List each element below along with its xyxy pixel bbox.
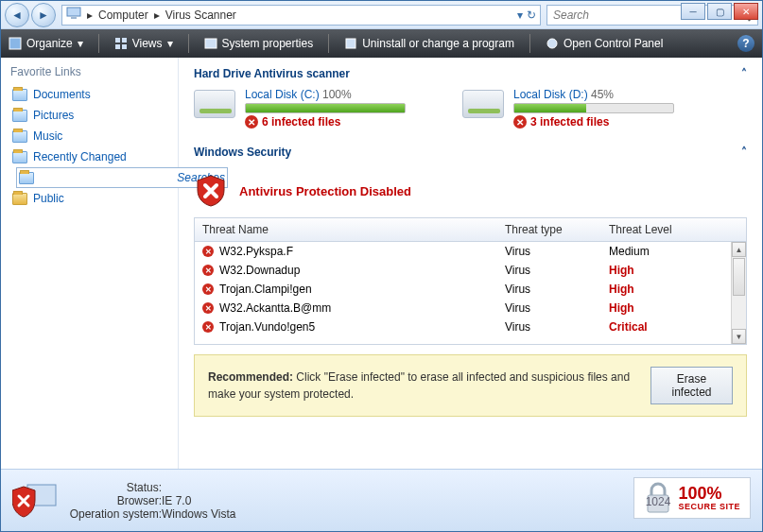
breadcrumb-root[interactable]: Computer <box>98 9 148 22</box>
erase-infected-button[interactable]: Erase infected <box>650 367 733 404</box>
secure-percent: 100% <box>678 485 740 502</box>
browser-key: Browser: <box>67 494 162 507</box>
threat-level-cell: High <box>609 301 738 315</box>
protection-status: Antivirus Protection Disabled <box>239 184 411 198</box>
sidebar-item-documents[interactable]: Documents <box>10 84 168 105</box>
scroll-thumb[interactable] <box>733 258 745 296</box>
drive-icon <box>462 90 504 118</box>
collapse-icon[interactable]: ˄ <box>741 67 747 80</box>
folder-icon <box>12 151 27 163</box>
minimize-button[interactable]: ─ <box>681 3 705 20</box>
maximize-button[interactable]: ▢ <box>707 3 732 20</box>
threat-name-cell: ✕W32.Downadup <box>202 264 505 277</box>
svg-rect-3 <box>115 38 120 43</box>
svg-rect-1 <box>71 17 77 19</box>
scrollbar[interactable]: ▲ ▼ <box>731 242 746 344</box>
control-panel-label: Open Control Panel <box>564 37 663 50</box>
status-key: Status: <box>67 481 162 494</box>
col-threat-name[interactable]: Threat Name <box>195 218 497 241</box>
toolbar-separator <box>98 34 99 53</box>
threat-icon: ✕ <box>202 265 214 276</box>
address-dropdown-icon[interactable]: ▾ <box>517 9 523 22</box>
browser-value: IE 7.0 <box>162 494 191 507</box>
shield-error-icon <box>194 174 228 208</box>
sidebar: Favorite Links Documents Pictures Music … <box>1 58 179 469</box>
status-bar: Status: Browser:IE 7.0 Operation system:… <box>1 469 762 531</box>
table-row[interactable]: ✕W32.Pykspa.F Virus Medium <box>195 242 746 261</box>
toolbar-separator <box>328 34 329 53</box>
folder-icon <box>12 193 27 205</box>
footer-info: Status: Browser:IE 7.0 Operation system:… <box>67 481 235 521</box>
table-row[interactable]: ✕Trojan.Vundo!gen5 Virus Critical <box>195 317 746 336</box>
recommendation-panel: Recommended: Click "Erase infected" to e… <box>194 354 747 417</box>
svg-rect-2 <box>9 38 21 49</box>
col-threat-level[interactable]: Threat Level <box>601 218 746 241</box>
security-heading-row: Windows Security ˄ <box>194 146 747 159</box>
infected-count: ✕6 infected files <box>245 115 406 129</box>
footer-shield-icon <box>12 481 58 521</box>
os-key: Operation system: <box>67 507 162 521</box>
explorer-window: ─ ▢ ✕ ◄ ► ▸ Computer ▸ Virus Scanner ▾ ↻… <box>0 0 763 532</box>
drive[interactable]: Local Disk (C:) 100% ✕6 infected files <box>194 88 406 129</box>
window-controls: ─ ▢ ✕ <box>681 3 758 20</box>
security-heading: Windows Security <box>194 146 291 159</box>
threat-level-cell: Critical <box>609 320 738 334</box>
threat-type-cell: Virus <box>505 245 609 258</box>
sidebar-item-label: Pictures <box>33 109 74 122</box>
nav-forward-button[interactable]: ► <box>31 3 56 27</box>
progress-bar <box>513 103 674 113</box>
collapse-icon[interactable]: ˄ <box>741 146 747 159</box>
breadcrumb-sep: ▸ <box>87 9 93 22</box>
organize-menu[interactable]: Organize ▾ <box>9 37 83 50</box>
table-row[interactable]: ✕Trojan.Clampi!gen Virus High <box>195 280 746 299</box>
sidebar-item-label: Music <box>33 129 62 143</box>
uninstall-icon <box>344 37 357 50</box>
drives-container: Local Disk (C:) 100% ✕6 infected files L… <box>194 88 747 129</box>
scroll-up-button[interactable]: ▲ <box>732 242 746 257</box>
threat-type-cell: Virus <box>505 264 609 277</box>
sidebar-item-pictures[interactable]: Pictures <box>10 105 168 126</box>
table-row[interactable]: ✕W32.Ackantta.B@mm Virus High <box>195 299 746 317</box>
infected-count: ✕3 infected files <box>513 115 674 129</box>
threat-level-cell: High <box>609 264 738 277</box>
error-icon: ✕ <box>245 115 258 129</box>
system-properties-button[interactable]: System properties <box>204 37 314 50</box>
refresh-icon[interactable]: ↻ <box>527 9 536 22</box>
folder-icon <box>19 172 34 184</box>
uninstall-button[interactable]: Uninstall or change a program <box>344 37 514 50</box>
system-properties-label: System properties <box>222 37 314 50</box>
chevron-down-icon: ▾ <box>167 37 173 50</box>
toolbar-separator <box>529 34 530 53</box>
nav-back-button[interactable]: ◄ <box>5 3 29 27</box>
sidebar-item-music[interactable]: Music <box>10 126 168 146</box>
computer-icon <box>66 7 81 23</box>
sidebar-item-public[interactable]: Public <box>10 188 168 209</box>
os-value: Windows Vista <box>162 507 235 521</box>
drive[interactable]: Local Disk (D:) 45% ✕3 infected files <box>462 88 674 129</box>
breadcrumb-sep: ▸ <box>154 9 160 22</box>
chevron-down-icon: ▾ <box>78 37 83 50</box>
scroll-down-button[interactable]: ▼ <box>732 329 746 344</box>
col-threat-type[interactable]: Threat type <box>497 218 601 241</box>
control-panel-button[interactable]: Open Control Panel <box>546 37 663 50</box>
breadcrumb-current[interactable]: Virus Scanner <box>165 9 236 22</box>
sidebar-item-recently-changed[interactable]: Recently Changed <box>10 146 168 167</box>
address-bar[interactable]: ▸ Computer ▸ Virus Scanner ▾ ↻ <box>61 5 541 26</box>
table-row[interactable]: ✕W32.Downadup Virus High <box>195 261 746 280</box>
threat-name-cell: ✕Trojan.Clampi!gen <box>202 283 505 296</box>
padlock-icon: 1024 <box>644 482 672 514</box>
svg-rect-4 <box>122 38 127 43</box>
threat-table-body: ✕W32.Pykspa.F Virus Medium✕W32.Downadup … <box>195 242 746 344</box>
progress-bar <box>245 103 406 113</box>
svg-rect-6 <box>122 44 127 49</box>
views-label: Views <box>132 37 163 50</box>
close-button[interactable]: ✕ <box>734 3 758 20</box>
sidebar-item-label: Documents <box>33 88 91 101</box>
folder-icon <box>12 89 27 101</box>
scanner-heading: Hard Drive Antivirus scanner <box>194 67 350 80</box>
threat-table: Threat Name Threat type Threat Level ✕W3… <box>194 217 747 345</box>
help-button[interactable]: ? <box>737 35 754 52</box>
views-menu[interactable]: Views ▾ <box>114 37 173 50</box>
recommendation-bold: Recommended: <box>208 370 293 384</box>
svg-point-9 <box>547 39 557 48</box>
